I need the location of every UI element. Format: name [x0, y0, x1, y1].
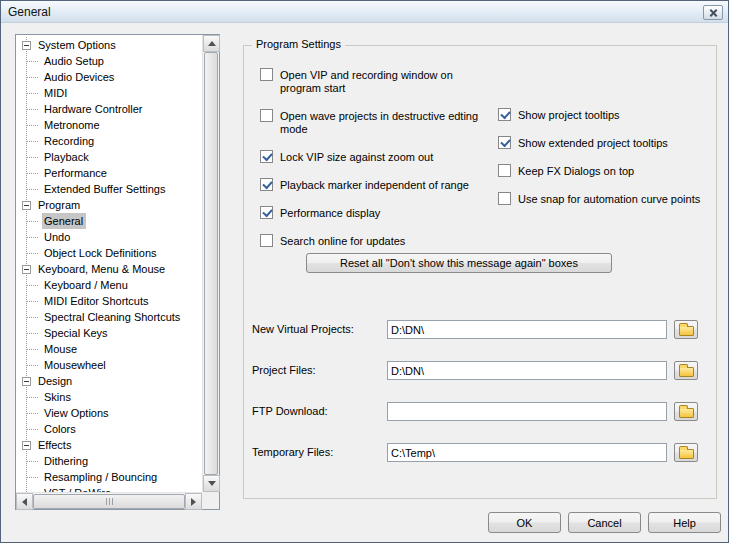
- path-input[interactable]: [387, 402, 667, 421]
- scroll-up-button[interactable]: [203, 35, 220, 52]
- tree-item-label: Program: [36, 197, 83, 213]
- minus-icon: [24, 381, 29, 382]
- tree-item[interactable]: Keyboard, Menu & Mouse: [16, 261, 202, 277]
- tree-item[interactable]: Playback: [16, 149, 202, 165]
- tree-horizontal-scrollbar[interactable]: [16, 492, 202, 509]
- browse-folder-button[interactable]: [674, 320, 698, 339]
- tree-vertical-scrollbar[interactable]: [202, 35, 219, 492]
- arrow-left-icon: [22, 498, 27, 506]
- collapse-icon[interactable]: [22, 41, 31, 50]
- browse-folder-button[interactable]: [674, 361, 698, 380]
- path-row: Project Files:: [252, 361, 702, 381]
- minus-icon: [24, 205, 29, 206]
- tree-item-label: Resampling / Bouncing: [42, 469, 160, 485]
- tree-item[interactable]: Audio Setup: [16, 53, 202, 69]
- tree-item[interactable]: Undo: [16, 229, 202, 245]
- scroll-right-button[interactable]: [185, 493, 202, 510]
- path-input[interactable]: [387, 443, 667, 462]
- vertical-scrollbar-thumb[interactable]: [204, 52, 218, 475]
- collapse-icon[interactable]: [22, 201, 31, 210]
- arrow-down-icon: [208, 481, 216, 486]
- tree-item[interactable]: Spectral Cleaning Shortcuts: [16, 309, 202, 325]
- tree-item-label: Undo: [42, 229, 73, 245]
- tree-item[interactable]: Special Keys: [16, 325, 202, 341]
- tree-item[interactable]: Effects: [16, 437, 202, 453]
- tree-guide-line: [27, 317, 39, 318]
- path-row: Temporary Files:: [252, 443, 702, 463]
- tree-item[interactable]: VST / ReWire: [16, 485, 202, 492]
- tree-item[interactable]: Mouse: [16, 341, 202, 357]
- tree-item-label: Performance: [42, 165, 110, 181]
- cancel-button[interactable]: Cancel: [568, 512, 641, 533]
- browse-folder-button[interactable]: [674, 443, 698, 462]
- tree-guide-line: [26, 485, 27, 492]
- tree-item[interactable]: Performance: [16, 165, 202, 181]
- tree-item[interactable]: Metronome: [16, 117, 202, 133]
- folder-icon: [679, 408, 694, 418]
- path-input[interactable]: [387, 320, 667, 339]
- tree-item[interactable]: Design: [16, 373, 202, 389]
- close-icon: [709, 8, 718, 17]
- tree-item-label: System Options: [36, 37, 119, 53]
- tree-item-label: Keyboard / Menu: [42, 277, 131, 293]
- tree-item-label: Effects: [36, 437, 74, 453]
- tree-item-label: Audio Devices: [42, 69, 117, 85]
- tree-guide-line: [27, 189, 39, 190]
- scroll-left-button[interactable]: [16, 493, 33, 510]
- horizontal-scrollbar-thumb[interactable]: [33, 494, 185, 509]
- tree-item[interactable]: Keyboard / Menu: [16, 277, 202, 293]
- tree-guide-line: [27, 365, 39, 366]
- tree-item[interactable]: Mousewheel: [16, 357, 202, 373]
- tree-guide-line: [27, 413, 39, 414]
- collapse-icon[interactable]: [22, 265, 31, 274]
- path-label: FTP Download:: [252, 405, 328, 417]
- tree-item[interactable]: Program: [16, 197, 202, 213]
- minus-icon: [24, 45, 29, 46]
- tree-item[interactable]: System Options: [16, 37, 202, 53]
- tree-item[interactable]: View Options: [16, 405, 202, 421]
- tree-item[interactable]: MIDI Editor Shortcuts: [16, 293, 202, 309]
- browse-folder-button[interactable]: [674, 402, 698, 421]
- close-button[interactable]: [703, 5, 723, 20]
- tree-guide-line: [27, 61, 39, 62]
- tree-item[interactable]: Recording: [16, 133, 202, 149]
- tree-item[interactable]: Dithering: [16, 453, 202, 469]
- tree-guide-line: [27, 429, 39, 430]
- titlebar[interactable]: General: [1, 1, 728, 23]
- tree-guide-line: [27, 237, 39, 238]
- collapse-icon[interactable]: [22, 377, 31, 386]
- tree-item[interactable]: Resampling / Bouncing: [16, 469, 202, 485]
- tree-guide-line: [27, 253, 39, 254]
- tree-item-label: General: [42, 213, 86, 229]
- tree-item[interactable]: Skins: [16, 389, 202, 405]
- tree-item-label: Dithering: [42, 453, 91, 469]
- help-button[interactable]: Help: [648, 512, 721, 533]
- scroll-down-button[interactable]: [203, 475, 220, 492]
- minus-icon: [24, 445, 29, 446]
- tree-item-label: Mouse: [42, 341, 80, 357]
- tree-item[interactable]: Audio Devices: [16, 69, 202, 85]
- tree-guide-line: [27, 125, 39, 126]
- program-settings-group: Program Settings Open VIP and recording …: [243, 45, 717, 499]
- tree-item-label: Skins: [42, 389, 74, 405]
- tree-item[interactable]: Colors: [16, 421, 202, 437]
- arrow-right-icon: [191, 498, 196, 506]
- tree-items: System OptionsAudio SetupAudio DevicesMI…: [16, 35, 202, 492]
- scrollbar-corner: [202, 492, 219, 509]
- collapse-icon[interactable]: [22, 441, 31, 450]
- tree-guide-line: [27, 461, 39, 462]
- tree-item[interactable]: Hardware Controller: [16, 101, 202, 117]
- path-fields: New Virtual Projects:Project Files:FTP D…: [252, 46, 708, 498]
- tree-item[interactable]: MIDI: [16, 85, 202, 101]
- general-settings-dialog: General System OptionsAudio SetupAudio D…: [0, 0, 729, 543]
- tree-item-label: Mousewheel: [42, 357, 109, 373]
- tree-item[interactable]: Extended Buffer Settings: [16, 181, 202, 197]
- tree-guide-line: [27, 333, 39, 334]
- tree-item-label: Metronome: [42, 117, 103, 133]
- tree-item[interactable]: General: [16, 213, 202, 229]
- tree-item[interactable]: Object Lock Definitions: [16, 245, 202, 261]
- scroll-grip-icon: [112, 498, 113, 505]
- tree-item-label: Playback: [42, 149, 92, 165]
- path-input[interactable]: [387, 361, 667, 380]
- ok-button[interactable]: OK: [488, 512, 561, 533]
